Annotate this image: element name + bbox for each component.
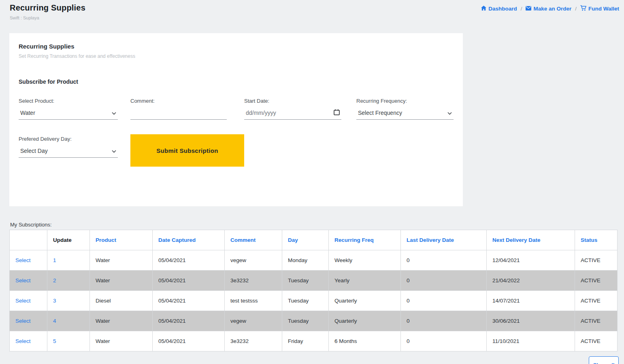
update-link-cell: 5 [47, 331, 90, 351]
select-link[interactable]: Select [15, 257, 31, 263]
day-cell: Friday [282, 331, 329, 351]
status-cell: ACTIVE [575, 331, 618, 351]
next-delivery-cell: 12/04/2021 [487, 250, 575, 271]
envelope-icon [526, 6, 531, 12]
product-select[interactable]: Water [19, 108, 118, 120]
card-subtitle: Set Recurring Transactions for ease and … [19, 53, 135, 59]
date-captured-cell: 05/04/2021 [153, 250, 225, 271]
select-link-cell: Select [10, 291, 47, 311]
comment-input[interactable] [130, 108, 227, 120]
recurring-freq-cell: Yearly [329, 271, 401, 291]
update-link[interactable]: 5 [53, 338, 56, 344]
nav-fund-wallet-link[interactable]: Fund Wallet [580, 5, 619, 12]
column-header-day: Day [282, 230, 329, 250]
nav-make-order-link[interactable]: Make an Order [526, 6, 571, 12]
page-header: Recurring Supplies Swift : Suplaya [10, 3, 85, 20]
product-label: Select Product: [19, 98, 54, 104]
select-link[interactable]: Select [15, 318, 31, 324]
last-delivery-cell: 0 [401, 311, 487, 331]
card-title: Recurring Supplies [19, 43, 75, 50]
update-link[interactable]: 2 [53, 277, 56, 284]
day-cell: Tuesday [282, 271, 329, 291]
status-cell: ACTIVE [575, 271, 618, 291]
date-captured-cell: 05/04/2021 [153, 311, 225, 331]
update-link[interactable]: 3 [53, 298, 56, 304]
status-cell: ACTIVE [575, 291, 618, 311]
column-header-comment: Comment [225, 230, 282, 250]
select-link[interactable]: Select [15, 338, 31, 344]
date-captured-cell: 05/04/2021 [153, 291, 225, 311]
nav-make-order-label: Make an Order [533, 6, 571, 12]
last-delivery-cell: 0 [401, 291, 487, 311]
last-delivery-cell: 0 [401, 271, 487, 291]
chevron-down-icon [112, 110, 116, 116]
date-captured-cell: 05/04/2021 [153, 271, 225, 291]
update-link[interactable]: 1 [53, 257, 56, 263]
column-header-status: Status [575, 230, 618, 250]
select-link-cell: Select [10, 311, 47, 331]
recurring-freq-cell: Weekly [329, 250, 401, 271]
nav-fund-wallet-label: Fund Wallet [588, 6, 619, 12]
comment-cell: vegew [225, 250, 282, 271]
subscriptions-table: UpdateProductDate CapturedCommentDayRecu… [9, 230, 618, 351]
column-header-date-captured: Date Captured [153, 230, 225, 250]
last-delivery-cell: 0 [401, 250, 487, 271]
frequency-label: Recurring Frequency: [356, 98, 407, 104]
status-cell: ACTIVE [575, 250, 618, 271]
delivery-day-select[interactable]: Select Day [19, 146, 118, 158]
day-cell: Tuesday [282, 311, 329, 331]
update-link-cell: 1 [47, 250, 90, 271]
update-link-cell: 2 [47, 271, 90, 291]
start-date-input[interactable]: dd/mm/yyyy [244, 108, 341, 120]
nav-dashboard-label: Dashboard [488, 6, 517, 12]
comment-cell: 3e3232 [225, 271, 282, 291]
subscribe-section-title: Subscribe for Product [19, 78, 78, 85]
table-row: Select3Diesel05/04/2021test testsssTuesd… [10, 291, 618, 311]
select-link[interactable]: Select [15, 277, 31, 284]
start-date-label: Start Date: [244, 98, 269, 104]
column-header-next-delivery-date: Next Delivery Date [487, 230, 575, 250]
frequency-select-value: Select Frequency [358, 110, 402, 116]
nav-dashboard-link[interactable]: Dashboard [481, 6, 517, 12]
table-row: Select2Water05/04/20213e3232TuesdayYearl… [10, 271, 618, 291]
submit-subscription-button[interactable]: Submit Subscription [130, 134, 244, 167]
update-link[interactable]: 4 [53, 318, 56, 324]
column-header-product: Product [90, 230, 153, 250]
select-link-cell: Select [10, 250, 47, 271]
recurring-freq-cell: 6 Months [329, 331, 401, 351]
product-cell: Diesel [90, 291, 153, 311]
recurring-supplies-card: Recurring Supplies Set Recurring Transac… [9, 33, 463, 206]
nav-separator: / [575, 6, 577, 12]
last-delivery-cell: 0 [401, 331, 487, 351]
product-cell: Water [90, 250, 153, 271]
select-link[interactable]: Select [15, 298, 31, 304]
delivery-day-label: Prefered Delivery Day: [19, 136, 72, 142]
subscriptions-header-row: UpdateProductDate CapturedCommentDayRecu… [10, 230, 618, 250]
frequency-select[interactable]: Select Frequency [356, 108, 454, 120]
product-cell: Water [90, 311, 153, 331]
day-cell: Monday [282, 250, 329, 271]
product-cell: Water [90, 271, 153, 291]
recurring-freq-cell: Quarterly [329, 291, 401, 311]
comment-cell: test testsss [225, 291, 282, 311]
next-delivery-cell: 11/10/2021 [487, 331, 575, 351]
next-delivery-cell: 30/06/2021 [487, 311, 575, 331]
column-header-update: Update [47, 230, 90, 250]
show-all-button[interactable]: Show all [589, 356, 619, 364]
recurring-freq-cell: Quarterly [329, 311, 401, 331]
calendar-icon [334, 109, 340, 116]
select-link-cell: Select [10, 331, 47, 351]
table-row: Select1Water05/04/2021vegewMondayWeekly0… [10, 250, 618, 271]
page-title: Recurring Supplies [10, 3, 85, 13]
column-header-select [10, 230, 47, 250]
start-date-placeholder: dd/mm/yyyy [246, 110, 276, 116]
product-select-value: Water [20, 110, 35, 116]
comment-cell: vegew [225, 311, 282, 331]
table-row: Select5Water05/04/20213e3232Friday6 Mont… [10, 331, 618, 351]
status-cell: ACTIVE [575, 311, 618, 331]
subscriptions-title: My Subscriptions: [10, 222, 52, 228]
comment-label: Comment: [130, 98, 155, 104]
cart-icon [580, 5, 586, 12]
table-row: Select4Water05/04/2021vegewTuesdayQuarte… [10, 311, 618, 331]
next-delivery-cell: 21/04/2022 [487, 271, 575, 291]
